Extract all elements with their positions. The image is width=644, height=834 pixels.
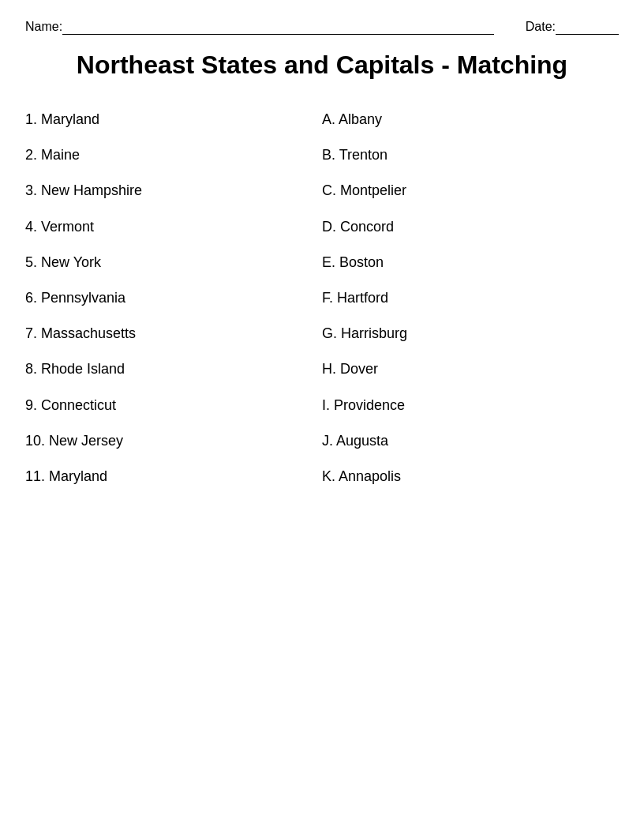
list-item: I. Providence: [322, 388, 619, 423]
list-item: H. Dover: [322, 351, 619, 387]
name-label: Name:: [25, 20, 62, 34]
list-item: C. Montpelier: [322, 173, 619, 208]
header-row: Name: Date:: [25, 19, 619, 38]
list-item: K. Annapolis: [322, 459, 619, 494]
list-item: F. Hartford: [322, 280, 619, 316]
name-underline: [62, 19, 494, 35]
left-column: 1. Maryland2. Maine3. New Hampshire4. Ve…: [25, 102, 322, 494]
list-item: 9. Connecticut: [25, 388, 322, 423]
list-item: E. Boston: [322, 245, 619, 280]
list-item: 4. Vermont: [25, 209, 322, 245]
list-item: 7. Massachusetts: [25, 316, 322, 351]
list-item: 1. Maryland: [25, 102, 322, 137]
list-item: J. Augusta: [322, 423, 619, 459]
list-item: 2. Maine: [25, 137, 322, 173]
list-item: 8. Rhode Island: [25, 351, 322, 387]
list-item: A. Albany: [322, 102, 619, 137]
list-item: D. Concord: [322, 209, 619, 245]
matching-container: 1. Maryland2. Maine3. New Hampshire4. Ve…: [25, 102, 619, 494]
date-underline: [556, 19, 619, 35]
list-item: 3. New Hampshire: [25, 173, 322, 208]
page-title: Northeast States and Capitals - Matching: [25, 51, 619, 80]
right-column: A. AlbanyB. TrentonC. MontpelierD. Conco…: [322, 102, 619, 494]
list-item: G. Harrisburg: [322, 316, 619, 351]
list-item: 10. New Jersey: [25, 423, 322, 459]
list-item: 11. Maryland: [25, 459, 322, 494]
list-item: B. Trenton: [322, 137, 619, 173]
list-item: 5. New York: [25, 245, 322, 280]
date-label: Date:: [526, 20, 556, 34]
list-item: 6. Pennsylvania: [25, 280, 322, 316]
